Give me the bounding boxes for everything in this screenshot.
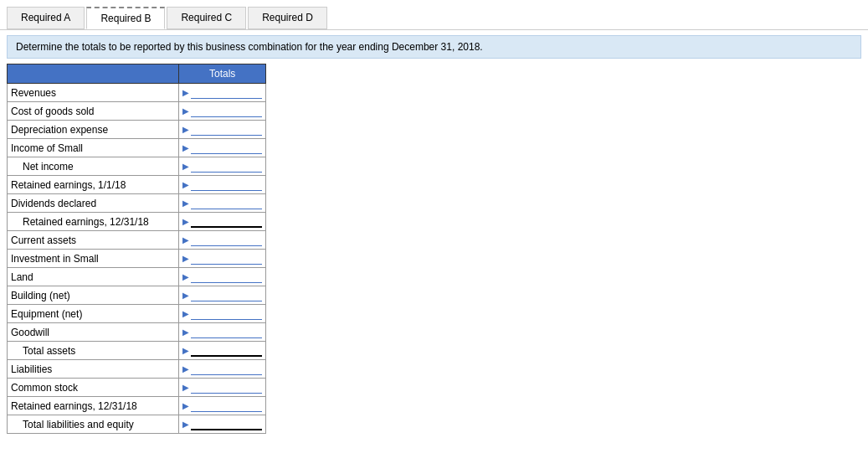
table-row: Dividends declared▶ xyxy=(8,194,266,213)
instruction-text: Determine the totals to be reported by t… xyxy=(16,41,483,53)
row-value[interactable]: ▶ xyxy=(179,323,266,342)
input-triangle-icon: ▶ xyxy=(182,198,189,208)
input-triangle-icon: ▶ xyxy=(182,143,189,152)
row-label: Common stock xyxy=(8,379,179,397)
row-label: Building (net) xyxy=(8,286,179,305)
row-label: Cost of goods sold xyxy=(8,102,179,121)
row-value[interactable]: ▶ xyxy=(179,250,266,268)
input-line xyxy=(191,308,262,320)
input-triangle-icon: ▶ xyxy=(182,162,189,171)
row-value[interactable]: ▶ xyxy=(179,213,266,231)
row-value[interactable]: ▶ xyxy=(179,397,266,415)
table-container: Totals Revenues▶Cost of goods sold▶Depre… xyxy=(7,64,861,434)
table-row: Liabilities▶ xyxy=(8,360,266,379)
input-line xyxy=(191,382,262,394)
input-triangle-icon: ▶ xyxy=(182,291,189,300)
table-row: Retained earnings, 12/31/18▶ xyxy=(8,397,266,415)
row-value[interactable]: ▶ xyxy=(179,194,266,213)
table-row: Revenues▶ xyxy=(8,84,266,102)
table-row: Equipment (net)▶ xyxy=(8,305,266,323)
table-row: Net income▶ xyxy=(8,157,266,176)
instruction-bar: Determine the totals to be reported by t… xyxy=(7,35,861,59)
table-row: Building (net)▶ xyxy=(8,286,266,305)
input-line xyxy=(191,106,262,117)
row-label: Current assets xyxy=(8,231,179,250)
input-triangle-icon: ▶ xyxy=(182,254,189,263)
input-line xyxy=(191,327,262,338)
label-header xyxy=(8,64,179,84)
input-line xyxy=(191,161,262,173)
row-label: Total liabilities and equity xyxy=(8,415,179,434)
table-row: Income of Small▶ xyxy=(8,139,266,157)
table-row: Land▶ xyxy=(8,268,266,286)
input-line xyxy=(191,290,262,301)
input-triangle-icon: ▶ xyxy=(182,401,189,410)
row-label: Total assets xyxy=(8,342,179,360)
row-label: Goodwill xyxy=(8,323,179,342)
input-triangle-icon: ▶ xyxy=(182,235,189,245)
input-triangle-icon: ▶ xyxy=(182,180,189,189)
table-row: Common stock▶ xyxy=(8,379,266,397)
row-value[interactable]: ▶ xyxy=(179,121,266,139)
table-row: Retained earnings, 12/31/18▶ xyxy=(8,213,266,231)
input-line xyxy=(191,253,262,265)
table-row: Depreciation expense▶ xyxy=(8,121,266,139)
row-value[interactable]: ▶ xyxy=(179,379,266,397)
row-value[interactable]: ▶ xyxy=(179,286,266,305)
row-value[interactable]: ▶ xyxy=(179,139,266,157)
tab-required-a[interactable]: Required A xyxy=(7,7,85,29)
row-value[interactable]: ▶ xyxy=(179,305,266,323)
row-value[interactable]: ▶ xyxy=(179,102,266,121)
row-value[interactable]: ▶ xyxy=(179,157,266,176)
input-triangle-icon: ▶ xyxy=(182,217,189,226)
input-triangle-icon: ▶ xyxy=(182,309,189,318)
row-value[interactable]: ▶ xyxy=(179,360,266,379)
table-row: Total liabilities and equity▶ xyxy=(8,415,266,434)
input-line xyxy=(191,400,262,412)
row-value[interactable]: ▶ xyxy=(179,342,266,360)
table-row: Cost of goods sold▶ xyxy=(8,102,266,121)
table-row: Investment in Small▶ xyxy=(8,250,266,268)
row-label: Dividends declared xyxy=(8,194,179,213)
input-line xyxy=(191,345,262,357)
row-label: Retained earnings, 12/31/18 xyxy=(8,213,179,231)
totals-table: Totals Revenues▶Cost of goods sold▶Depre… xyxy=(7,64,266,434)
row-label: Liabilities xyxy=(8,360,179,379)
row-value[interactable]: ▶ xyxy=(179,231,266,250)
tab-required-d[interactable]: Required D xyxy=(248,7,327,29)
input-line xyxy=(191,363,262,375)
input-triangle-icon: ▶ xyxy=(182,364,189,374)
row-value[interactable]: ▶ xyxy=(179,176,266,194)
input-line xyxy=(191,234,262,246)
row-label: Revenues xyxy=(8,84,179,102)
input-triangle-icon: ▶ xyxy=(182,88,189,97)
input-line xyxy=(191,142,262,154)
row-label: Income of Small xyxy=(8,139,179,157)
input-triangle-icon: ▶ xyxy=(182,346,189,355)
input-triangle-icon: ▶ xyxy=(182,327,189,337)
input-triangle-icon: ▶ xyxy=(182,125,189,134)
row-value[interactable]: ▶ xyxy=(179,84,266,102)
input-line xyxy=(191,216,262,228)
tab-required-c[interactable]: Required C xyxy=(167,7,246,29)
table-row: Total assets▶ xyxy=(8,342,266,360)
tab-bar: Required ARequired BRequired CRequired D xyxy=(0,0,868,30)
row-value[interactable]: ▶ xyxy=(179,268,266,286)
table-row: Current assets▶ xyxy=(8,231,266,250)
input-triangle-icon: ▶ xyxy=(182,272,189,281)
input-line xyxy=(191,419,262,430)
input-line xyxy=(191,87,262,99)
tabs-container: Required ARequired BRequired CRequired D xyxy=(0,0,868,30)
row-label: Net income xyxy=(8,157,179,176)
row-label: Depreciation expense xyxy=(8,121,179,139)
row-label: Retained earnings, 12/31/18 xyxy=(8,397,179,415)
table-row: Retained earnings, 1/1/18▶ xyxy=(8,176,266,194)
row-label: Retained earnings, 1/1/18 xyxy=(8,176,179,194)
tab-required-b[interactable]: Required B xyxy=(86,7,165,29)
row-value[interactable]: ▶ xyxy=(179,415,266,434)
input-line xyxy=(191,179,262,191)
input-line xyxy=(191,198,262,209)
table-row: Goodwill▶ xyxy=(8,323,266,342)
input-triangle-icon: ▶ xyxy=(182,106,189,116)
input-line xyxy=(191,271,262,283)
